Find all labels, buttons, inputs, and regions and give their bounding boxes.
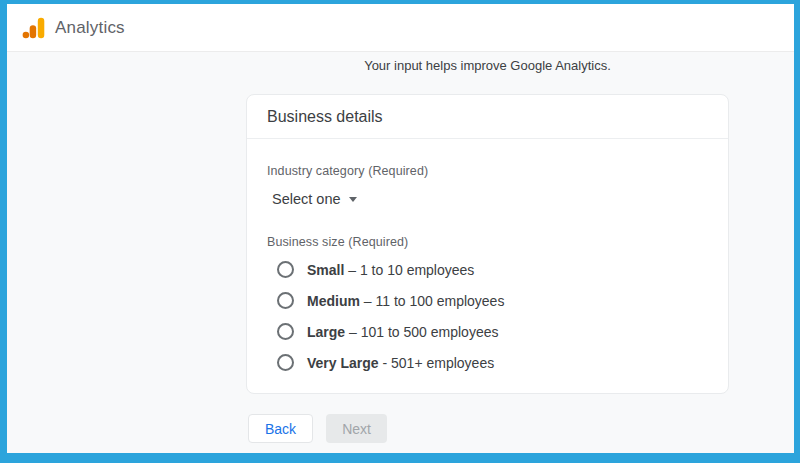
radio-icon[interactable]: [277, 354, 294, 371]
analytics-logo-icon: [21, 15, 47, 41]
radio-option-description: - 501+ employees: [383, 355, 495, 371]
radio-option-name: Large: [307, 324, 345, 340]
app-header: Analytics: [7, 4, 794, 52]
radio-option-very-large[interactable]: Very Large - 501+ employees: [277, 347, 708, 378]
app-title: Analytics: [55, 18, 125, 38]
industry-category-select-value: Select one: [272, 191, 341, 207]
card-title: Business details: [247, 95, 728, 139]
radio-icon[interactable]: [277, 292, 294, 309]
industry-category-select[interactable]: Select one: [272, 191, 357, 207]
next-button[interactable]: Next: [326, 414, 387, 443]
radio-option-large[interactable]: Large – 101 to 500 employees: [277, 316, 708, 347]
radio-icon[interactable]: [277, 261, 294, 278]
radio-option-medium[interactable]: Medium – 11 to 100 employees: [277, 285, 708, 316]
helper-text: Your input helps improve Google Analytic…: [246, 58, 729, 73]
business-details-card: Business details Industry category (Requ…: [246, 94, 729, 394]
radio-option-small[interactable]: Small – 1 to 10 employees: [277, 254, 708, 285]
main-content: Your input helps improve Google Analytic…: [7, 53, 794, 453]
radio-option-description: – 101 to 500 employees: [349, 324, 498, 340]
dropdown-arrow-icon: [349, 197, 357, 202]
radio-option-name: Small: [307, 262, 344, 278]
industry-category-label: Industry category (Required): [267, 164, 708, 178]
radio-option-name: Very Large: [307, 355, 379, 371]
radio-option-description: – 11 to 100 employees: [364, 293, 505, 309]
business-size-label: Business size (Required): [267, 235, 708, 249]
radio-option-description: – 1 to 10 employees: [348, 262, 474, 278]
card-body: Industry category (Required) Select one …: [247, 139, 728, 378]
radio-icon[interactable]: [277, 323, 294, 340]
page-frame: Analytics Your input helps improve Googl…: [0, 0, 800, 463]
radio-option-name: Medium: [307, 293, 360, 309]
footer-actions: Back Next: [248, 414, 387, 443]
business-size-radio-group: Small – 1 to 10 employees Medium – 11 to…: [267, 254, 708, 378]
back-button[interactable]: Back: [248, 414, 313, 443]
